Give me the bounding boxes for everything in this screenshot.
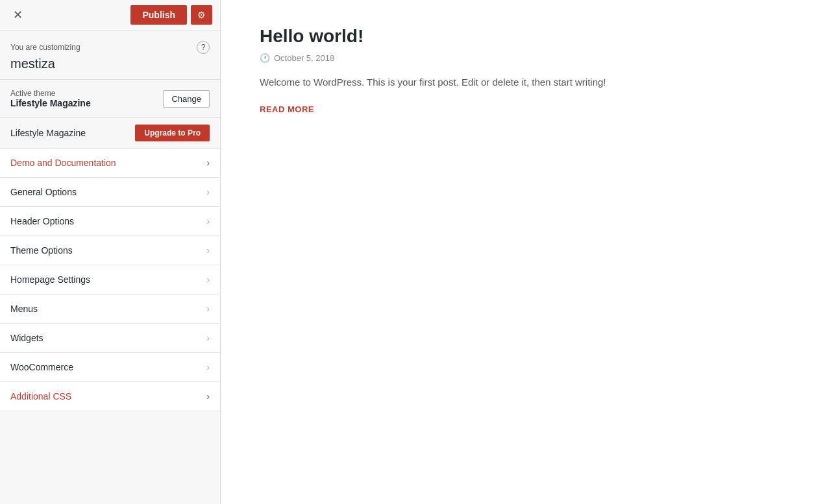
active-theme-section: Active theme Lifestyle Magazine Change — [0, 80, 220, 118]
menu-item-label: Additional CSS — [10, 391, 71, 402]
menu-item[interactable]: Widgets › — [0, 324, 220, 353]
post-date: October 5, 2018 — [274, 53, 334, 63]
menu-item-label: Theme Options — [10, 245, 73, 256]
sidebar: ✕ Publish ⚙ You are customizing ? mestiz… — [0, 0, 221, 504]
customizing-label: You are customizing — [10, 43, 80, 52]
menu-item[interactable]: WooCommerce › — [0, 353, 220, 382]
clock-icon: 🕐 — [260, 53, 270, 63]
read-more-link[interactable]: READ MORE — [260, 104, 314, 114]
customizing-section: You are customizing ? mestiza — [0, 30, 220, 80]
post-card: Hello world! 🕐 October 5, 2018 Welcome t… — [260, 26, 788, 115]
help-icon[interactable]: ? — [197, 41, 210, 54]
chevron-right-icon: › — [206, 216, 210, 226]
menu-item[interactable]: Header Options › — [0, 207, 220, 236]
post-content: Welcome to WordPress. This is your first… — [260, 75, 649, 90]
gear-button[interactable]: ⚙ — [191, 5, 212, 25]
publish-button[interactable]: Publish — [130, 5, 187, 25]
menu-item[interactable]: Menus › — [0, 294, 220, 324]
post-title: Hello world! — [260, 26, 788, 47]
menu-item-label: Demo and Documentation — [10, 158, 116, 168]
chevron-right-icon: › — [206, 245, 210, 256]
menu-item[interactable]: Theme Options › — [0, 236, 220, 265]
change-theme-button[interactable]: Change — [163, 90, 210, 108]
menu-list: Demo and Documentation › General Options… — [0, 149, 220, 411]
chevron-right-icon: › — [206, 362, 210, 372]
close-button[interactable]: ✕ — [8, 5, 28, 25]
customizing-title: mestiza — [10, 56, 210, 71]
menu-item[interactable]: General Options › — [0, 178, 220, 207]
menu-item-label: Menus — [10, 304, 38, 314]
top-bar: ✕ Publish ⚙ — [0, 0, 220, 30]
chevron-right-icon: › — [206, 391, 210, 402]
menu-item[interactable]: Demo and Documentation › — [0, 149, 220, 178]
chevron-right-icon: › — [206, 274, 210, 285]
menu-item[interactable]: Additional CSS › — [0, 382, 220, 411]
menu-item-label: General Options — [10, 187, 77, 197]
menu-item-label: Widgets — [10, 333, 43, 343]
active-theme-name: Lifestyle Magazine — [10, 98, 91, 108]
chevron-right-icon: › — [206, 158, 210, 168]
theme-row: Lifestyle Magazine Upgrade to Pro — [0, 118, 220, 149]
chevron-right-icon: › — [206, 333, 210, 343]
chevron-right-icon: › — [206, 187, 210, 197]
post-meta: 🕐 October 5, 2018 — [260, 53, 788, 63]
chevron-right-icon: › — [206, 304, 210, 314]
theme-row-name: Lifestyle Magazine — [10, 128, 86, 138]
menu-item-label: WooCommerce — [10, 362, 73, 372]
menu-item[interactable]: Homepage Settings › — [0, 265, 220, 294]
main-content: Hello world! 🕐 October 5, 2018 Welcome t… — [221, 0, 827, 504]
menu-item-label: Homepage Settings — [10, 274, 90, 285]
active-theme-label: Active theme — [10, 89, 91, 98]
publish-controls: Publish ⚙ — [130, 5, 212, 25]
upgrade-button[interactable]: Upgrade to Pro — [135, 125, 210, 141]
customizing-header: You are customizing ? — [10, 41, 210, 54]
active-theme-info: Active theme Lifestyle Magazine — [10, 89, 91, 108]
menu-item-label: Header Options — [10, 216, 74, 226]
